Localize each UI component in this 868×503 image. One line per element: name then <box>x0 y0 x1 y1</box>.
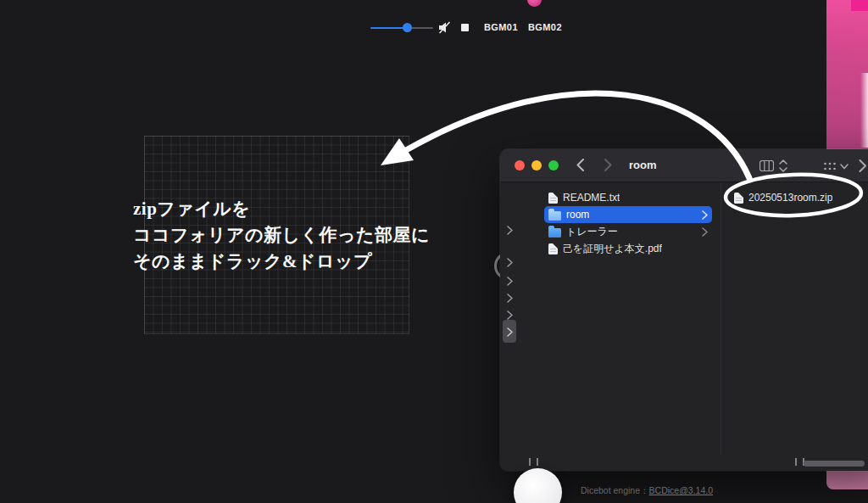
dicebot-version-link[interactable]: BCDice@3.14.0 <box>649 485 713 495</box>
finder-file-list: README.txt room トレーラー 己を証明せよ本文.pdf <box>544 189 712 257</box>
room-side-artwork-top <box>851 0 868 11</box>
zip-file-icon <box>734 193 743 204</box>
hierarchy-chevron-icon[interactable] <box>507 277 513 286</box>
file-name: トレーラー <box>566 225 618 239</box>
file-name: room <box>566 209 589 221</box>
folder-icon <box>548 211 561 221</box>
finder-titlebar[interactable]: room <box>500 149 868 182</box>
window-controls <box>515 160 559 170</box>
volume-slider-thumb[interactable] <box>403 23 412 32</box>
file-row-room-selected[interactable]: room <box>544 206 712 223</box>
sticker-icon <box>527 0 542 7</box>
dropdown-chevron-icon[interactable] <box>840 164 849 170</box>
file-row-trailer[interactable]: トレーラー <box>544 223 712 240</box>
window-title: room <box>629 159 657 171</box>
dicebot-engine-label: Dicebot engine： <box>581 485 649 495</box>
document-icon <box>548 193 558 204</box>
row-chevron-icon <box>702 227 708 237</box>
file-row-readme[interactable]: README.txt <box>544 189 712 206</box>
hierarchy-chevron-icon[interactable] <box>507 258 513 267</box>
hierarchy-chevron-icon[interactable] <box>507 310 513 320</box>
close-window-button[interactable] <box>515 160 525 170</box>
file-row-zip[interactable]: 20250513room.zip <box>734 189 832 206</box>
forward-button[interactable] <box>604 159 612 171</box>
zoom-window-button[interactable] <box>548 160 559 170</box>
instruction-text: zipファイルを ココフォリアの新しく作った部屋に そのままドラック&ドロップ <box>133 196 430 275</box>
stop-button[interactable] <box>461 24 469 31</box>
hierarchy-chevron-icon[interactable] <box>507 226 513 235</box>
hierarchy-chevron-icon[interactable] <box>507 293 513 303</box>
bgm02-button[interactable]: BGM02 <box>528 22 562 32</box>
file-name: 20250513room.zip <box>748 192 832 204</box>
file-name: 己を証明せよ本文.pdf <box>563 242 662 256</box>
minimize-window-button[interactable] <box>531 160 542 170</box>
folder-icon <box>548 228 561 238</box>
bgm01-button[interactable]: BGM01 <box>484 22 518 32</box>
column-divider[interactable] <box>721 182 721 455</box>
sort-chevrons-icon[interactable] <box>779 159 787 172</box>
dicebot-engine-note: Dicebot engine：BCDice@3.14.0 <box>581 485 713 497</box>
column-resize-handle[interactable] <box>529 458 538 466</box>
columns-view-icon[interactable] <box>760 160 774 171</box>
room-side-artwork-highlight <box>860 73 868 148</box>
ccfolia-room-background: BGM01 BGM02 zipファイルを ココフォリアの新しく作った部屋に その… <box>0 0 868 503</box>
toolbar-chevron-right-icon[interactable] <box>859 159 866 172</box>
group-dots-icon[interactable] <box>823 161 837 171</box>
instruction-line-3: そのままドラック&ドロップ <box>133 249 430 275</box>
back-button[interactable] <box>576 159 584 171</box>
hierarchy-chevron-selected-icon[interactable] <box>507 327 513 337</box>
finder-body: README.txt room トレーラー 己を証明せよ本文.pdf <box>500 182 868 471</box>
instruction-line-1: zipファイルを <box>133 196 430 222</box>
row-chevron-icon <box>702 210 708 220</box>
finder-window[interactable]: room <box>500 149 868 471</box>
file-name: README.txt <box>563 192 620 204</box>
document-icon <box>548 243 558 254</box>
character-token[interactable] <box>514 468 562 503</box>
file-row-pdf[interactable]: 己を証明せよ本文.pdf <box>544 240 712 257</box>
volume-muted-icon[interactable] <box>438 21 451 34</box>
horizontal-scrollbar-thumb[interactable] <box>804 461 865 467</box>
instruction-line-2: ココフォリアの新しく作った部屋に <box>133 222 430 249</box>
volume-slider[interactable] <box>370 23 433 32</box>
